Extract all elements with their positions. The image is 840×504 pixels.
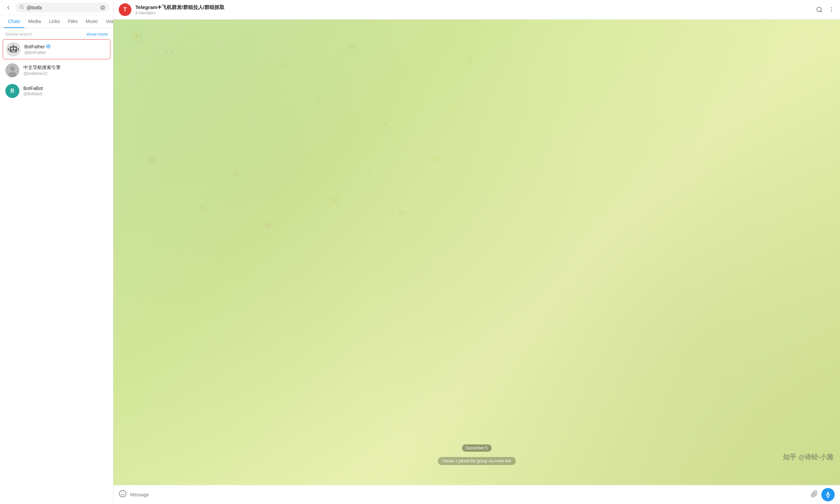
avatar-botfather — [6, 42, 20, 56]
chat-background: 🐱 🐶 🌸 🐸 🦋 ⭐ 🌿 🎋 � — [114, 20, 840, 485]
tab-links[interactable]: Links — [45, 15, 64, 28]
tab-files[interactable]: Files — [64, 15, 82, 28]
svg-text:🎋: 🎋 — [181, 88, 189, 96]
back-button[interactable] — [4, 3, 13, 12]
message-input[interactable] — [130, 492, 807, 497]
svg-text:🍃: 🍃 — [364, 165, 373, 173]
show-more-button[interactable]: show more — [86, 32, 108, 37]
svg-text:🌾: 🌾 — [447, 105, 456, 113]
result-info-chinese: 中文导航搜索引擎 @botfahter21 — [23, 65, 108, 76]
result-info-botfabot: BotFaBot @Botfabot — [23, 86, 108, 96]
emoji-button[interactable] — [119, 490, 127, 500]
svg-text:🌿: 🌿 — [464, 55, 474, 64]
svg-text:⭐: ⭐ — [414, 35, 423, 43]
result-item-botfabot[interactable]: B BotFaBot @Botfabot — [0, 80, 113, 101]
search-input-wrapper — [15, 3, 109, 12]
tab-media[interactable]: Media — [24, 15, 45, 28]
date-badge: December 5 — [462, 444, 492, 452]
result-username-botfabot: @Botfabot — [23, 92, 108, 96]
chat-header-actions — [816, 6, 835, 13]
chinese-avatar-image — [5, 63, 19, 77]
svg-text:🌺: 🌺 — [264, 221, 272, 229]
svg-text:🌸: 🌸 — [215, 39, 224, 48]
svg-text:🐶: 🐶 — [165, 48, 173, 56]
svg-rect-13 — [18, 48, 19, 51]
chat-header-info: Telegram✈飞机群发/群组拉人/群组抓取 4 members — [135, 4, 812, 15]
svg-text:🐠: 🐠 — [397, 209, 407, 217]
result-item-botfather[interactable]: BotFather @BotFather — [3, 39, 110, 59]
join-message: Yixuan z joined the group via invite lin… — [438, 457, 516, 465]
svg-text:🐰: 🐰 — [247, 115, 257, 124]
chat-header: T Telegram✈飞机群发/群组拉人/群组抓取 4 members — [114, 0, 840, 20]
result-username-botfather: @BotFather — [24, 50, 107, 55]
chat-input-bar — [114, 485, 840, 504]
svg-text:🐣: 🐣 — [297, 148, 307, 158]
svg-text:🐻: 🐻 — [148, 155, 157, 164]
search-bar — [0, 0, 113, 15]
svg-text:🐧: 🐧 — [381, 122, 390, 131]
attach-button[interactable] — [811, 490, 818, 499]
avatar-chinese — [5, 63, 19, 77]
verified-badge — [46, 44, 51, 50]
tab-chats[interactable]: Chats — [4, 15, 24, 28]
chat-search-button[interactable] — [816, 6, 823, 13]
tabs: Chats Media Links Files Music Voice — [0, 15, 113, 28]
svg-line-19 — [821, 11, 822, 12]
chat-title: Telegram✈飞机群发/群组拉人/群组抓取 — [135, 4, 812, 11]
chat-more-button[interactable] — [828, 6, 835, 13]
svg-point-14 — [47, 44, 51, 48]
svg-line-1 — [23, 8, 24, 9]
svg-text:🌻: 🌻 — [231, 171, 239, 179]
svg-rect-7 — [11, 48, 13, 49]
svg-text:🦋: 🦋 — [347, 42, 357, 51]
search-icon — [19, 5, 24, 10]
svg-point-16 — [10, 66, 15, 71]
result-username-chinese: @botfahter21 — [23, 71, 108, 76]
svg-point-45 — [119, 490, 126, 497]
chat-subtitle: 4 members — [135, 11, 812, 15]
search-input[interactable] — [27, 5, 98, 10]
tab-music[interactable]: Music — [82, 15, 102, 28]
svg-point-20 — [831, 7, 832, 8]
svg-rect-8 — [14, 48, 16, 49]
svg-text:🐸: 🐸 — [331, 195, 340, 204]
svg-text:🍀: 🍀 — [314, 95, 323, 103]
svg-point-23 — [132, 31, 142, 41]
global-search-label: Global search — [5, 32, 32, 37]
svg-rect-9 — [11, 51, 15, 51]
global-search-header: Global search show more — [0, 28, 113, 39]
botfather-avatar-image — [6, 42, 20, 56]
watermark: 知乎 @诗经·小雅 — [783, 453, 833, 462]
chat-header-avatar: T — [119, 3, 131, 16]
clear-button[interactable] — [100, 5, 105, 10]
svg-rect-6 — [10, 46, 17, 52]
left-panel: Chats Media Links Files Music Voice Glob… — [0, 0, 114, 504]
svg-point-21 — [831, 9, 832, 10]
svg-text:🐤: 🐤 — [431, 155, 440, 164]
svg-point-17 — [8, 72, 16, 77]
svg-point-11 — [13, 44, 14, 46]
voice-button[interactable] — [821, 488, 835, 501]
svg-rect-12 — [8, 48, 9, 51]
result-name-chinese: 中文导航搜索引擎 — [23, 65, 108, 71]
svg-text:🐱: 🐱 — [133, 33, 141, 40]
svg-text:🐸: 🐸 — [281, 61, 289, 69]
result-item-chinese[interactable]: 中文导航搜索引擎 @botfahter21 — [0, 60, 113, 80]
result-info-botfather: BotFather @BotFather — [24, 44, 107, 55]
svg-point-22 — [831, 11, 832, 12]
result-name-botfather: BotFather — [24, 44, 107, 50]
right-panel: T Telegram✈飞机群发/群组拉人/群组抓取 4 members — [114, 0, 840, 504]
background-pattern: 🐱 🐶 🌸 🐸 🦋 ⭐ 🌿 🎋 � — [114, 20, 840, 485]
avatar-botfabot: B — [5, 84, 19, 98]
result-name-botfabot: BotFaBot — [23, 86, 108, 91]
svg-text:🌴: 🌴 — [198, 204, 206, 213]
